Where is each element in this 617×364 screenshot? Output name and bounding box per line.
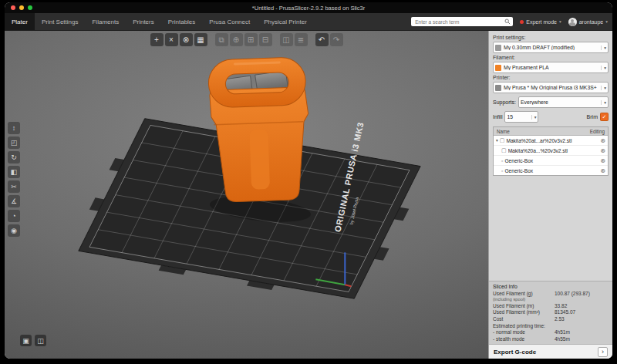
paste-button[interactable]: ⊕ bbox=[230, 33, 243, 46]
modifier-icon: ▫ bbox=[501, 168, 503, 174]
tab-prusa-connect[interactable]: Prusa Connect bbox=[202, 13, 257, 30]
remove-instance-button[interactable]: ⊟ bbox=[259, 33, 272, 46]
supports-row: Supports: Everywhere ▾ bbox=[493, 96, 609, 108]
mode-label: Expert mode bbox=[526, 19, 557, 25]
export-gcode-button[interactable]: Export G-code › bbox=[489, 344, 612, 359]
user-account[interactable]: arontaupe ▾ bbox=[568, 18, 608, 26]
close-window-button[interactable] bbox=[11, 5, 15, 10]
filament-combo[interactable]: My Prusament PLA ▾ bbox=[493, 62, 609, 73]
redo-button[interactable]: ↷ bbox=[330, 33, 343, 46]
add-instance-button[interactable]: ⊞ bbox=[244, 33, 258, 46]
settings-gear-icon[interactable]: ⊛ bbox=[601, 157, 605, 164]
view-sliced-button[interactable]: ◫ bbox=[35, 335, 46, 346]
sidebar-spacer bbox=[489, 176, 612, 281]
stealth-mode-label: - stealth mode bbox=[493, 336, 555, 342]
viewport-toolbar: + × ⊗ ▦ ⧉ ⊕ ⊞ ⊟ ◫ ≣ ↶ ↷ bbox=[150, 33, 343, 46]
scale-gizmo-button[interactable]: ◰ bbox=[8, 136, 20, 149]
window-controls bbox=[11, 5, 32, 10]
infill-brim-row: Infill 15 ▾ Brim ✓ bbox=[493, 111, 609, 123]
cost-value: 2.53 bbox=[555, 316, 609, 322]
filament-label: Filament: bbox=[493, 55, 609, 60]
filament-m-label: Used Filament (m) bbox=[493, 303, 555, 308]
normal-mode-label: - normal mode bbox=[493, 329, 555, 335]
stealth-mode-value: 4h55m bbox=[555, 336, 609, 342]
measure-button[interactable]: ∡ bbox=[8, 195, 20, 207]
view-solid-button[interactable]: ▣ bbox=[20, 335, 32, 346]
printer-label: Printer: bbox=[493, 75, 609, 80]
settings-gear-icon[interactable]: ⊛ bbox=[601, 137, 605, 144]
chevron-down-icon: ▾ bbox=[601, 100, 606, 105]
object-name: Generic-Box bbox=[504, 158, 598, 163]
titlebar: *Untitled - PrusaSlicer-2.9.2 based on S… bbox=[5, 2, 612, 13]
search-icon bbox=[504, 19, 511, 25]
mode-selector[interactable]: Expert mode ▾ bbox=[520, 19, 561, 25]
zoom-window-button[interactable] bbox=[28, 5, 32, 10]
variable-layer-height-button[interactable]: ≣ bbox=[295, 33, 308, 46]
chevron-down-icon: ▾ bbox=[601, 86, 606, 90]
object-name: Makita%20a...%20v3v2.stl bbox=[508, 148, 598, 153]
object-row[interactable]: ▾ ▢ Makita%20at...ar%20v3v2.stl ⊛ bbox=[494, 136, 608, 146]
print-settings-combo[interactable]: My 0.30mm DRAFT (modified) ▾ bbox=[493, 42, 609, 53]
brim-label: Brim bbox=[587, 114, 598, 120]
settings-gear-icon[interactable]: ⊛ bbox=[601, 167, 605, 174]
cut-button[interactable]: ✂ bbox=[8, 180, 20, 193]
filament-g-value: 100.87 (293.87) bbox=[555, 291, 609, 296]
chevron-down-icon: ▾ bbox=[601, 46, 606, 50]
cost-label: Cost bbox=[493, 316, 555, 322]
arrange-button[interactable]: ▦ bbox=[194, 33, 207, 46]
seam-button[interactable]: ◉ bbox=[8, 224, 20, 237]
move-gizmo-button[interactable]: ↕ bbox=[8, 122, 20, 134]
printer-combo[interactable]: My Prusa * My Original Prusa i3 MK3S+ ▾ bbox=[493, 82, 609, 93]
copy-button[interactable]: ⧉ bbox=[215, 33, 228, 46]
minimize-window-button[interactable] bbox=[19, 5, 24, 10]
infill-combo[interactable]: 15 ▾ bbox=[504, 111, 538, 123]
window-title: *Untitled - PrusaSlicer-2.9.2 based on S… bbox=[252, 5, 365, 12]
model-highlight bbox=[234, 62, 279, 64]
place-on-face-button[interactable]: ◧ bbox=[8, 166, 20, 178]
sliced-info-title: Sliced Info bbox=[493, 284, 609, 289]
filament-g-sub: (including spool) bbox=[493, 297, 525, 302]
search-box[interactable] bbox=[411, 17, 513, 26]
sidebar: Print settings: My 0.30mm DRAFT (modifie… bbox=[488, 31, 612, 359]
delete-all-button[interactable]: ⊗ bbox=[180, 33, 193, 46]
paint-supports-button[interactable]: ◔ bbox=[8, 210, 20, 222]
undo-button[interactable]: ↶ bbox=[315, 33, 329, 46]
supports-label: Supports: bbox=[493, 99, 516, 105]
expander-icon[interactable]: ▾ bbox=[496, 138, 498, 143]
tab-printables[interactable]: Printables bbox=[161, 13, 203, 30]
export-options-arrow-icon[interactable]: › bbox=[598, 347, 608, 357]
sliced-info-row: Used Filament (mm³) 81345.07 bbox=[493, 309, 609, 315]
chevron-down-icon: ▾ bbox=[559, 19, 561, 24]
brim-checkbox[interactable]: ✓ bbox=[600, 113, 609, 121]
filament-mm3-label: Used Filament (mm³) bbox=[493, 309, 555, 315]
gizmo-toolbar: ↕ ◰ ↻ ◧ ✂ ∡ ◔ ◉ bbox=[8, 122, 20, 237]
normal-mode-value: 4h51m bbox=[555, 329, 609, 335]
modifier-icon: ▫ bbox=[501, 158, 503, 163]
print-time-header: Estimated printing time: bbox=[493, 323, 609, 329]
print-settings-label: Print settings: bbox=[493, 35, 609, 40]
rotate-gizmo-button[interactable]: ↻ bbox=[8, 151, 20, 163]
viewport-3d[interactable]: ORIGINAL PRUSA i3 MK3 by Josef Prusa bbox=[5, 31, 488, 359]
tab-physical-printer[interactable]: Physical Printer bbox=[257, 13, 314, 30]
sliced-info-row: Used Filament (m) 33.82 bbox=[493, 303, 609, 308]
search-input[interactable] bbox=[413, 19, 504, 25]
object-row[interactable]: ▢ Makita%20a...%20v3v2.stl ⊛ bbox=[494, 146, 608, 156]
object-icon: ▢ bbox=[500, 137, 505, 143]
tab-filaments[interactable]: Filaments bbox=[85, 13, 126, 30]
object-row[interactable]: ▫ Generic-Box ⊛ bbox=[494, 166, 608, 175]
filament-mm3-value: 81345.07 bbox=[555, 309, 609, 315]
add-object-button[interactable]: + bbox=[150, 33, 164, 46]
supports-combo[interactable]: Everywhere ▾ bbox=[518, 96, 609, 108]
model-ridge bbox=[249, 129, 270, 190]
split-objects-button[interactable]: ◫ bbox=[280, 33, 293, 46]
chevron-down-icon: ▾ bbox=[605, 19, 608, 24]
column-editing: Editing bbox=[590, 129, 605, 134]
export-gcode-label: Export G-code bbox=[494, 349, 536, 356]
object-icon: ▢ bbox=[501, 147, 507, 153]
tab-plater[interactable]: Plater bbox=[5, 13, 35, 30]
tab-print-settings[interactable]: Print Settings bbox=[35, 13, 86, 30]
settings-gear-icon[interactable]: ⊛ bbox=[601, 147, 605, 154]
object-row[interactable]: ▫ Generic-Box ⊛ bbox=[494, 156, 608, 166]
delete-object-button[interactable]: × bbox=[165, 33, 178, 46]
tab-printers[interactable]: Printers bbox=[126, 13, 161, 30]
